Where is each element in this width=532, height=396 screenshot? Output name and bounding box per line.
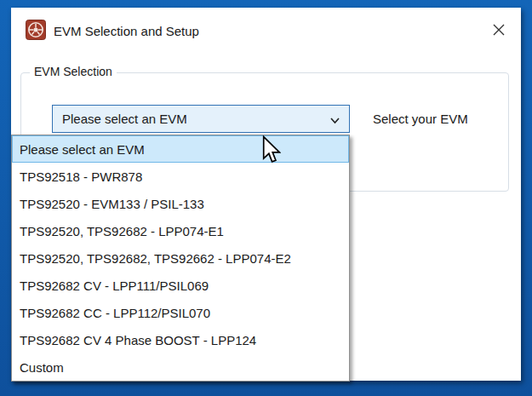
- dropdown-item[interactable]: Custom: [12, 353, 349, 381]
- dropdown-item[interactable]: TPS92520, TPS92682, TPS92662 - LPP074-E2: [12, 244, 349, 272]
- evm-combobox[interactable]: Please select an EVM: [52, 105, 350, 133]
- window-title: EVM Selection and Setup: [54, 24, 199, 38]
- dropdown-item[interactable]: TPS92682 CV 4 Phase BOOST - LPP124: [12, 326, 349, 353]
- evm-dropdown-list: Please select an EVMTPS92518 - PWR878TPS…: [11, 135, 350, 382]
- dropdown-item[interactable]: TPS92520, TPS92682 - LPP074-E1: [12, 217, 349, 244]
- groupbox-label: EVM Selection: [30, 65, 117, 78]
- ti-chip-icon: [26, 20, 46, 40]
- title-bar: EVM Selection and Setup: [11, 8, 521, 55]
- chevron-down-icon: [329, 114, 340, 125]
- dropdown-item[interactable]: TPS92520 - EVM133 / PSIL-133: [12, 190, 349, 217]
- dropdown-item[interactable]: TPS92682 CC - LPP112/PSIL070: [12, 299, 349, 326]
- close-icon: [492, 23, 506, 37]
- dropdown-item[interactable]: TPS92682 CV - LPP111/PSIL069: [12, 272, 349, 299]
- select-your-evm-label: Select your EVM: [373, 105, 468, 133]
- combobox-value: Please select an EVM: [62, 112, 187, 126]
- close-button[interactable]: [489, 20, 509, 40]
- dropdown-item[interactable]: Please select an EVM: [12, 135, 349, 163]
- dropdown-item[interactable]: TPS92518 - PWR878: [12, 163, 349, 190]
